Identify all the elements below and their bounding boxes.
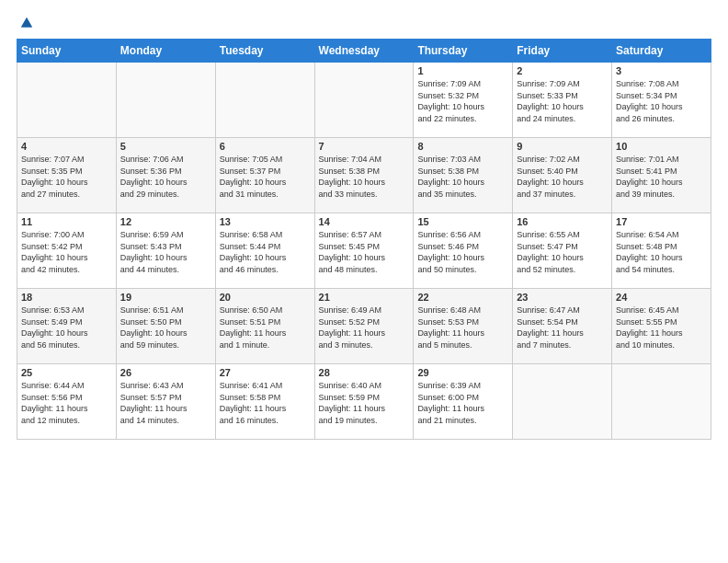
day-info: Sunrise: 6:39 AM Sunset: 6:00 PM Dayligh… <box>417 380 508 426</box>
day-number: 6 <box>220 141 311 152</box>
day-number: 25 <box>21 367 112 378</box>
day-number: 17 <box>616 216 707 227</box>
day-info: Sunrise: 6:57 AM Sunset: 5:45 PM Dayligh… <box>319 229 410 275</box>
day-info: Sunrise: 6:40 AM Sunset: 5:59 PM Dayligh… <box>319 380 410 426</box>
day-number: 28 <box>319 367 410 378</box>
day-number: 24 <box>616 292 707 303</box>
logo-icon <box>18 15 35 31</box>
calendar-cell: 9Sunrise: 7:02 AM Sunset: 5:40 PM Daylig… <box>513 138 612 213</box>
day-info: Sunrise: 6:50 AM Sunset: 5:51 PM Dayligh… <box>220 304 311 350</box>
day-number: 11 <box>21 216 112 227</box>
calendar-cell: 2Sunrise: 7:09 AM Sunset: 5:33 PM Daylig… <box>513 63 612 138</box>
calendar-cell: 11Sunrise: 7:00 AM Sunset: 5:42 PM Dayli… <box>17 213 117 289</box>
day-number: 23 <box>517 292 608 303</box>
day-info: Sunrise: 7:09 AM Sunset: 5:33 PM Dayligh… <box>517 78 608 124</box>
day-number: 13 <box>220 216 311 227</box>
calendar-cell: 1Sunrise: 7:09 AM Sunset: 5:32 PM Daylig… <box>414 63 513 138</box>
weekday-header: Sunday <box>17 40 117 63</box>
calendar-table: SundayMondayTuesdayWednesdayThursdayFrid… <box>17 39 711 440</box>
day-info: Sunrise: 7:07 AM Sunset: 5:35 PM Dayligh… <box>21 154 112 200</box>
calendar-cell: 26Sunrise: 6:43 AM Sunset: 5:57 PM Dayli… <box>116 364 215 440</box>
day-number: 16 <box>517 216 608 227</box>
calendar-cell: 24Sunrise: 6:45 AM Sunset: 5:55 PM Dayli… <box>612 289 711 364</box>
calendar-cell <box>314 63 414 138</box>
day-info: Sunrise: 6:53 AM Sunset: 5:49 PM Dayligh… <box>21 304 112 350</box>
day-number: 21 <box>319 292 410 303</box>
day-number: 5 <box>120 141 211 152</box>
day-number: 3 <box>616 65 707 76</box>
weekday-header: Friday <box>513 40 612 63</box>
weekday-header: Thursday <box>414 40 513 63</box>
day-number: 26 <box>120 367 211 378</box>
calendar-cell: 7Sunrise: 7:04 AM Sunset: 5:38 PM Daylig… <box>314 138 414 213</box>
calendar-cell: 8Sunrise: 7:03 AM Sunset: 5:38 PM Daylig… <box>414 138 513 213</box>
day-number: 12 <box>120 216 211 227</box>
day-info: Sunrise: 7:06 AM Sunset: 5:36 PM Dayligh… <box>120 154 211 200</box>
page-header <box>17 15 711 31</box>
day-info: Sunrise: 6:58 AM Sunset: 5:44 PM Dayligh… <box>220 229 311 275</box>
day-number: 8 <box>417 141 508 152</box>
day-info: Sunrise: 6:51 AM Sunset: 5:50 PM Dayligh… <box>120 304 211 350</box>
calendar-cell <box>17 63 117 138</box>
weekday-header: Tuesday <box>215 40 314 63</box>
calendar-cell: 25Sunrise: 6:44 AM Sunset: 5:56 PM Dayli… <box>17 364 117 440</box>
day-info: Sunrise: 7:08 AM Sunset: 5:34 PM Dayligh… <box>616 78 707 124</box>
calendar-cell: 5Sunrise: 7:06 AM Sunset: 5:36 PM Daylig… <box>116 138 215 213</box>
day-info: Sunrise: 6:54 AM Sunset: 5:48 PM Dayligh… <box>616 229 707 275</box>
day-number: 29 <box>417 367 508 378</box>
day-info: Sunrise: 7:04 AM Sunset: 5:38 PM Dayligh… <box>319 154 410 200</box>
svg-marker-1 <box>21 17 32 28</box>
calendar-cell: 10Sunrise: 7:01 AM Sunset: 5:41 PM Dayli… <box>612 138 711 213</box>
calendar-cell: 16Sunrise: 6:55 AM Sunset: 5:47 PM Dayli… <box>513 213 612 289</box>
calendar-cell: 17Sunrise: 6:54 AM Sunset: 5:48 PM Dayli… <box>612 213 711 289</box>
calendar-cell: 20Sunrise: 6:50 AM Sunset: 5:51 PM Dayli… <box>215 289 314 364</box>
day-info: Sunrise: 7:05 AM Sunset: 5:37 PM Dayligh… <box>220 154 311 200</box>
day-number: 14 <box>319 216 410 227</box>
day-info: Sunrise: 6:56 AM Sunset: 5:46 PM Dayligh… <box>417 229 508 275</box>
calendar-cell: 13Sunrise: 6:58 AM Sunset: 5:44 PM Dayli… <box>215 213 314 289</box>
calendar-cell: 6Sunrise: 7:05 AM Sunset: 5:37 PM Daylig… <box>215 138 314 213</box>
day-info: Sunrise: 6:49 AM Sunset: 5:52 PM Dayligh… <box>319 304 410 350</box>
calendar-cell: 19Sunrise: 6:51 AM Sunset: 5:50 PM Dayli… <box>116 289 215 364</box>
calendar-cell: 27Sunrise: 6:41 AM Sunset: 5:58 PM Dayli… <box>215 364 314 440</box>
day-number: 27 <box>220 367 311 378</box>
calendar-cell <box>116 63 215 138</box>
day-number: 15 <box>417 216 508 227</box>
day-number: 10 <box>616 141 707 152</box>
calendar-week-row: 4Sunrise: 7:07 AM Sunset: 5:35 PM Daylig… <box>17 138 711 213</box>
day-info: Sunrise: 7:03 AM Sunset: 5:38 PM Dayligh… <box>417 154 508 200</box>
calendar-cell: 15Sunrise: 6:56 AM Sunset: 5:46 PM Dayli… <box>414 213 513 289</box>
calendar-cell: 18Sunrise: 6:53 AM Sunset: 5:49 PM Dayli… <box>17 289 117 364</box>
calendar-cell: 23Sunrise: 6:47 AM Sunset: 5:54 PM Dayli… <box>513 289 612 364</box>
day-number: 4 <box>21 141 112 152</box>
day-info: Sunrise: 6:47 AM Sunset: 5:54 PM Dayligh… <box>517 304 608 350</box>
day-info: Sunrise: 6:59 AM Sunset: 5:43 PM Dayligh… <box>120 229 211 275</box>
calendar-cell: 3Sunrise: 7:08 AM Sunset: 5:34 PM Daylig… <box>612 63 711 138</box>
calendar-week-row: 25Sunrise: 6:44 AM Sunset: 5:56 PM Dayli… <box>17 364 711 440</box>
day-number: 20 <box>220 292 311 303</box>
day-info: Sunrise: 7:02 AM Sunset: 5:40 PM Dayligh… <box>517 154 608 200</box>
day-number: 7 <box>319 141 410 152</box>
day-info: Sunrise: 6:41 AM Sunset: 5:58 PM Dayligh… <box>220 380 311 426</box>
day-info: Sunrise: 6:55 AM Sunset: 5:47 PM Dayligh… <box>517 229 608 275</box>
day-number: 22 <box>417 292 508 303</box>
weekday-header: Saturday <box>612 40 711 63</box>
day-info: Sunrise: 7:00 AM Sunset: 5:42 PM Dayligh… <box>21 229 112 275</box>
day-info: Sunrise: 7:09 AM Sunset: 5:32 PM Dayligh… <box>417 78 508 124</box>
calendar-cell: 12Sunrise: 6:59 AM Sunset: 5:43 PM Dayli… <box>116 213 215 289</box>
day-number: 18 <box>21 292 112 303</box>
logo <box>17 15 35 31</box>
calendar-body: 1Sunrise: 7:09 AM Sunset: 5:32 PM Daylig… <box>17 63 711 440</box>
calendar-week-row: 11Sunrise: 7:00 AM Sunset: 5:42 PM Dayli… <box>17 213 711 289</box>
calendar-cell: 22Sunrise: 6:48 AM Sunset: 5:53 PM Dayli… <box>414 289 513 364</box>
calendar-cell <box>215 63 314 138</box>
weekday-header: Monday <box>116 40 215 63</box>
day-number: 19 <box>120 292 211 303</box>
calendar-cell <box>612 364 711 440</box>
day-info: Sunrise: 6:43 AM Sunset: 5:57 PM Dayligh… <box>120 380 211 426</box>
calendar-week-row: 18Sunrise: 6:53 AM Sunset: 5:49 PM Dayli… <box>17 289 711 364</box>
calendar-cell: 4Sunrise: 7:07 AM Sunset: 5:35 PM Daylig… <box>17 138 117 213</box>
calendar-header: SundayMondayTuesdayWednesdayThursdayFrid… <box>17 40 711 63</box>
day-info: Sunrise: 7:01 AM Sunset: 5:41 PM Dayligh… <box>616 154 707 200</box>
day-info: Sunrise: 6:44 AM Sunset: 5:56 PM Dayligh… <box>21 380 112 426</box>
